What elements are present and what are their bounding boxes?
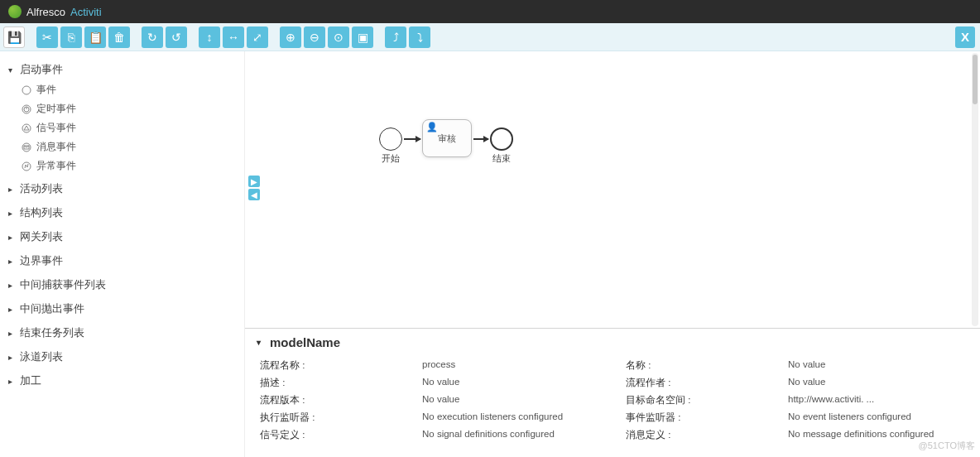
property-row[interactable]: 执行监听器No execution listeners configured xyxy=(257,409,603,426)
palette-group-label: 加工 xyxy=(20,374,41,388)
property-row[interactable]: 流程版本No value xyxy=(257,392,603,409)
palette-group-label: 结构列表 xyxy=(20,206,63,220)
property-value: process xyxy=(422,359,455,372)
property-value: No value xyxy=(422,377,459,389)
zoom-in-icon[interactable]: ⊕ xyxy=(280,26,301,48)
palette-group-label: 活动列表 xyxy=(20,182,63,196)
signal-icon xyxy=(22,123,31,133)
palette-group: ▸中间捕获事件列表 xyxy=(7,275,238,296)
property-value: No event listeners configured xyxy=(788,411,911,424)
property-row[interactable]: 流程作者No value xyxy=(622,374,968,392)
brand-logo: Alfresco Activiti xyxy=(8,5,102,18)
save-icon[interactable]: 💾 xyxy=(3,26,25,48)
palette-item-label: 事件 xyxy=(36,83,56,97)
palette-group: ▸结束任务列表 xyxy=(7,323,238,344)
copy-icon[interactable]: ⎘ xyxy=(60,26,82,48)
property-row[interactable]: 消息定义No message definitions configured xyxy=(622,426,968,444)
palette-group-header[interactable]: ▸泳道列表 xyxy=(7,347,238,368)
redo-icon[interactable]: ↻ xyxy=(142,26,163,48)
samesize-icon[interactable]: ⤢ xyxy=(247,26,268,48)
palette-group-header[interactable]: ▸中间捕获事件列表 xyxy=(7,275,238,296)
property-value: http://www.activiti. ... xyxy=(788,394,874,406)
properties-title: modelName xyxy=(270,335,340,349)
sequence-flow-1[interactable] xyxy=(404,138,420,140)
bend-remove-icon[interactable]: ⤵ xyxy=(409,26,430,48)
property-label: 事件监听器 xyxy=(622,411,788,424)
palette-group-header[interactable]: ▸网关列表 xyxy=(7,227,238,248)
property-row[interactable]: 目标命名空间http://www.activiti. ... xyxy=(622,392,968,409)
cut-icon[interactable]: ✂ xyxy=(36,26,58,48)
palette-group-header[interactable]: ▾启动事件 xyxy=(7,60,238,80)
properties-column-left: 流程名称process描述No value流程版本No value执行监听器No… xyxy=(257,357,603,444)
align-h-icon[interactable]: ↔ xyxy=(223,26,244,48)
palette-item-label: 消息事件 xyxy=(36,140,76,154)
palette-group-header[interactable]: ▸边界事件 xyxy=(7,251,238,272)
zoom-fit-icon[interactable]: ▣ xyxy=(352,26,373,48)
chevron-right-icon: ▸ xyxy=(8,185,17,194)
palette-item-label: 定时事件 xyxy=(36,102,76,116)
palette-group: ▸活动列表 xyxy=(7,179,238,200)
palette-item[interactable]: 异常事件 xyxy=(22,156,238,176)
palette-item[interactable]: 事件 xyxy=(22,80,238,99)
property-label: 流程名称 xyxy=(257,359,422,372)
align-v-icon[interactable]: ↕ xyxy=(199,26,220,48)
start-event-label: 开始 xyxy=(374,152,407,165)
chevron-right-icon: ▸ xyxy=(8,233,17,242)
start-event-node[interactable] xyxy=(379,127,402,151)
property-label: 目标命名空间 xyxy=(622,394,788,406)
palette-group: ▸网关列表 xyxy=(7,227,238,248)
palette-item[interactable]: 信号事件 xyxy=(22,118,238,137)
palette-group-header[interactable]: ▸结构列表 xyxy=(7,203,238,224)
property-value: No value xyxy=(422,394,459,406)
paste-icon[interactable]: 📋 xyxy=(84,26,106,48)
properties-header[interactable]: ▾ modelName xyxy=(257,335,968,349)
canvas[interactable]: ▶ ◀ 开始 👤 审核 结束 xyxy=(245,51,980,328)
property-row[interactable]: 信号定义No signal definitions configured xyxy=(257,426,603,444)
palette-group-header[interactable]: ▸结束任务列表 xyxy=(7,323,238,344)
chevron-right-icon: ▸ xyxy=(8,209,17,218)
chevron-right-icon: ▸ xyxy=(8,353,17,362)
palette-item-label: 信号事件 xyxy=(36,121,76,135)
property-label: 消息定义 xyxy=(622,429,788,441)
sequence-flow-2[interactable] xyxy=(473,138,488,140)
palette-item[interactable]: 消息事件 xyxy=(22,137,238,156)
property-value: No execution listeners configured xyxy=(422,411,563,424)
svg-point-0 xyxy=(22,86,31,94)
timer-icon xyxy=(22,104,31,114)
property-label: 执行监听器 xyxy=(257,411,422,424)
property-value: No value xyxy=(788,377,825,389)
palette-group-label: 泳道列表 xyxy=(20,350,63,364)
bend-add-icon[interactable]: ⤴ xyxy=(385,26,406,48)
property-label: 流程版本 xyxy=(257,394,422,406)
undo-icon[interactable]: ↺ xyxy=(166,26,187,48)
palette-group: ▸加工 xyxy=(7,371,238,392)
chevron-right-icon: ▸ xyxy=(8,377,17,386)
close-button[interactable]: X xyxy=(955,26,975,48)
property-row[interactable]: 事件监听器No event listeners configured xyxy=(622,409,968,426)
canvas-next-icon[interactable]: ▶ xyxy=(248,176,260,187)
user-task-node[interactable]: 👤 审核 xyxy=(422,119,472,157)
property-row[interactable]: 名称No value xyxy=(622,357,968,374)
palette-group-label: 结束任务列表 xyxy=(20,326,84,340)
palette-item[interactable]: 定时事件 xyxy=(22,99,238,118)
palette-group-header[interactable]: ▸活动列表 xyxy=(7,179,238,200)
property-label: 名称 xyxy=(622,359,788,372)
properties-column-right: 名称No value流程作者No value目标命名空间http://www.a… xyxy=(622,357,968,444)
canvas-scroll-thumb[interactable] xyxy=(973,55,978,104)
end-event-label: 结束 xyxy=(485,152,518,165)
canvas-area: ▶ ◀ 开始 👤 审核 结束 ▾ modelName xyxy=(245,51,980,457)
chevron-right-icon: ▸ xyxy=(8,329,17,338)
palette-group-header[interactable]: ▸加工 xyxy=(7,371,238,392)
canvas-scrollbar[interactable] xyxy=(972,53,978,326)
chevron-down-icon: ▾ xyxy=(8,65,17,75)
delete-icon[interactable]: 🗑 xyxy=(108,26,130,48)
end-event-node[interactable] xyxy=(490,127,513,151)
property-row[interactable]: 描述No value xyxy=(257,374,603,392)
zoom-reset-icon[interactable]: ⊙ xyxy=(328,26,349,48)
alfresco-ball-icon xyxy=(8,5,22,18)
canvas-prev-icon[interactable]: ◀ xyxy=(248,189,260,200)
zoom-out-icon[interactable]: ⊖ xyxy=(304,26,325,48)
property-row[interactable]: 流程名称process xyxy=(257,357,603,374)
chevron-right-icon: ▸ xyxy=(8,305,17,314)
palette-group-header[interactable]: ▸中间抛出事件 xyxy=(7,299,238,320)
